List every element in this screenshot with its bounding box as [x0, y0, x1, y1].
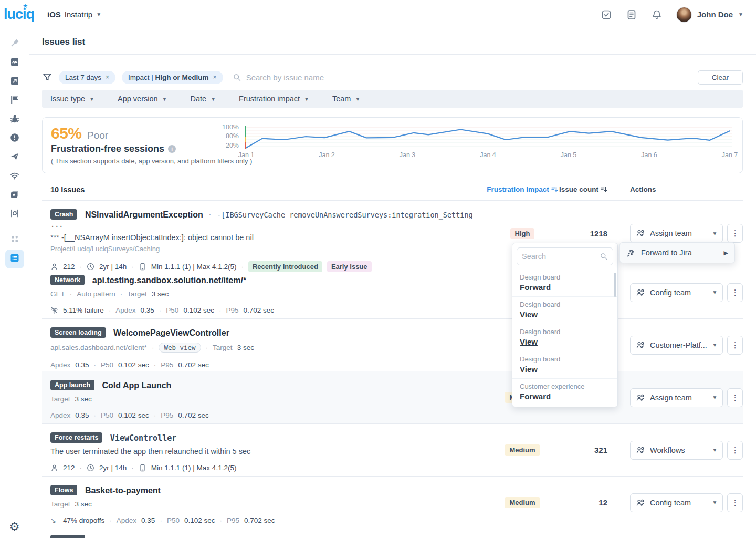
team-option-view-3[interactable]: Design board View [512, 351, 617, 378]
target-value: 3 sec [237, 344, 254, 351]
issue-row-screen-loading[interactable]: Screen loading WelcomePageViewController… [42, 319, 743, 371]
apdex-value: 0.35 [141, 306, 154, 314]
sidebar-item-performance[interactable] [5, 54, 24, 73]
team-search-input[interactable] [522, 252, 596, 261]
team-icon [636, 446, 645, 455]
sort-frustration-impact[interactable]: Frustration impact [487, 185, 558, 193]
sidebar-item-releases[interactable] [5, 73, 24, 91]
team-icon [636, 288, 645, 297]
app-switcher[interactable]: iOS Instatrip ▼ [47, 10, 101, 19]
chevron-down-icon: ▼ [96, 12, 101, 17]
trend-down-icon: ↘ [50, 516, 58, 524]
search-input[interactable] [246, 73, 698, 82]
team-icon [636, 393, 645, 402]
wifi-icon [9, 170, 20, 183]
issue-row-network[interactable]: Network api.testing.sandbox.solution.net… [42, 266, 743, 319]
axis-mid-band [245, 137, 246, 142]
chip-close-icon[interactable]: × [213, 74, 217, 81]
page-header: Issues list [29, 29, 756, 55]
assign-team-dropdown: Design board Forward Design board View D… [512, 243, 618, 407]
sidebar-item-issues-list[interactable] [5, 250, 24, 268]
version-range: Min 1.1.1 (1) | Max 4.1.2(5) [151, 464, 237, 472]
chip-close-icon[interactable]: × [106, 74, 109, 81]
team-option-view-1[interactable]: Design board View [512, 296, 617, 324]
sidebar-item-apps-grid[interactable] [5, 231, 24, 250]
chevron-down-icon: ▼ [712, 342, 718, 348]
sidebar-item-pin[interactable] [5, 35, 24, 54]
luciq-logo[interactable]: luciq ★ [4, 6, 34, 23]
filter-chip-duration[interactable]: Last 7 days × [59, 71, 116, 84]
x-axis-labels: Jan 1Jan 2Jan 3Jan 4Jan 5Jan 6Jan 7 [242, 151, 735, 160]
target-value: 3 sec [75, 395, 92, 403]
row-menu-button[interactable]: ⋮ [727, 224, 743, 243]
team-option-view-2[interactable]: Design board View [512, 324, 617, 351]
team-option-forward-2[interactable]: Customer experience Forward [512, 378, 617, 406]
sidebar-item-collections[interactable] [5, 186, 24, 205]
issue-path: Project/Luciq/LuciqSurveys/Caching [50, 245, 486, 253]
settings-gear-icon[interactable]: ⚙ [9, 520, 20, 534]
issue-type-badge: Force restarts [50, 432, 102, 443]
sidebar-item-feature-flags[interactable] [5, 91, 24, 110]
axis-good-band [245, 126, 246, 137]
issue-type-badge-partial [50, 535, 85, 538]
collection-star-icon [9, 189, 20, 202]
assign-team-button[interactable]: Assign team ▼ [630, 388, 723, 407]
issue-row-flows[interactable]: Flows Basket-to-payment Target 3 sec ↘ 4… [42, 477, 743, 529]
assign-team-button[interactable]: Customer-Platf... ▼ [630, 336, 723, 355]
issue-title: Basket-to-payment [85, 486, 161, 495]
filter-dropdown-bar: Issue type▼ App version▼ Date▼ Frustrati… [42, 90, 743, 108]
filter-team[interactable]: Team▼ [332, 95, 360, 103]
release-notes-icon[interactable] [626, 9, 637, 20]
sidebar-item-session-replay[interactable] [5, 205, 24, 224]
filter-date[interactable]: Date▼ [190, 95, 216, 103]
bug-icon [9, 113, 20, 126]
filter-frustration-impact[interactable]: Frustration impact▼ [239, 95, 309, 103]
p95-value: 0.702 sec [243, 306, 274, 314]
issue-row-app-launch[interactable]: App launch Cold App Launch Target 3 sec … [42, 371, 743, 424]
wifi-off-icon [50, 306, 58, 314]
trend-chart: 100% 80% 20% [219, 125, 735, 161]
alert-circle-icon [9, 132, 20, 145]
assign-team-button[interactable]: Assign team ▼ [630, 224, 723, 243]
score-grade: Poor [87, 130, 108, 141]
row-menu-button[interactable]: ⋮ [727, 493, 743, 512]
p50-value: 0.102 sec [184, 516, 215, 524]
http-method: GET [50, 290, 65, 298]
frustration-summary-card: 65% Poor Frustration-free sessions i ( T… [42, 117, 743, 173]
sidebar-item-network[interactable] [5, 167, 24, 186]
sidebar-item-bug-reports[interactable] [5, 110, 24, 129]
bell-icon[interactable] [651, 9, 663, 20]
clear-filters-button[interactable]: Clear [698, 70, 743, 85]
row-menu-button[interactable]: ⋮ [727, 441, 743, 460]
team-option-forward-1[interactable]: Design board Forward [512, 270, 617, 296]
assign-team-button[interactable]: Config team ▼ [630, 283, 723, 302]
info-icon[interactable]: i [168, 145, 176, 153]
users-icon [50, 464, 58, 472]
sidebar-item-crashes[interactable] [5, 129, 24, 148]
assign-team-button[interactable]: Config team ▼ [630, 493, 723, 512]
chevron-down-icon: ▼ [162, 96, 167, 102]
dropdown-scrollbar[interactable] [614, 273, 616, 297]
metric-title: Frustration-free sessions [51, 143, 164, 154]
target-label: Target [127, 290, 147, 298]
tasks-icon[interactable] [601, 9, 612, 20]
sort-issue-count[interactable]: Issue count [559, 185, 607, 193]
next-issue-row-partial [42, 529, 743, 538]
filter-app-version[interactable]: App version▼ [118, 95, 167, 103]
row-menu-button[interactable]: ⋮ [727, 336, 743, 355]
x-axis-label: Jan 1 [238, 151, 255, 159]
clock-icon [87, 464, 94, 472]
chevron-down-icon: ▼ [712, 447, 718, 453]
forward-to-jira-menu-item[interactable]: Forward to Jira ▶ [620, 242, 735, 263]
user-menu[interactable]: John Doe ▼ [676, 7, 743, 23]
chevron-down-icon: ▼ [211, 96, 216, 102]
row-menu-button[interactable]: ⋮ [727, 283, 743, 302]
chevron-down-icon: ▼ [712, 500, 718, 505]
row-menu-button[interactable]: ⋮ [727, 388, 743, 407]
issue-row-force-restarts[interactable]: Force restarts ViewController The user t… [42, 424, 743, 477]
sidebar-item-surveys[interactable] [5, 148, 24, 167]
filter-issue-type[interactable]: Issue type▼ [50, 95, 94, 103]
pattern-label: Auto pattern [77, 290, 116, 298]
assign-team-button[interactable]: Workflows ▼ [630, 441, 723, 460]
filter-chip-impact[interactable]: Impact | High or Medium × [122, 71, 223, 84]
